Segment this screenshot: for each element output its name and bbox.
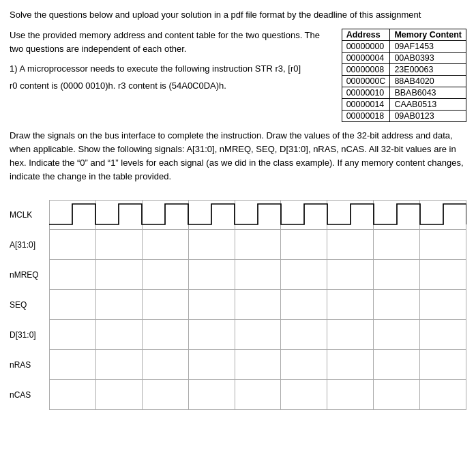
grid-cell bbox=[143, 380, 189, 410]
grid-cell bbox=[281, 380, 327, 410]
grid-cell bbox=[374, 260, 420, 290]
grid-cell bbox=[235, 380, 282, 410]
grid-cell bbox=[420, 260, 466, 290]
grid-cell bbox=[327, 230, 374, 260]
grid-cell bbox=[327, 200, 374, 230]
grid-cell bbox=[281, 200, 327, 230]
grid-cell bbox=[49, 380, 96, 410]
content-cell: BBAB6043 bbox=[390, 87, 466, 98]
grid-cell bbox=[374, 200, 420, 230]
grid-cell bbox=[327, 320, 374, 350]
signal-row-seq: SEQ bbox=[10, 290, 466, 320]
address-cell: 0000000C bbox=[342, 75, 390, 87]
signal-row-a310: A[31:0] bbox=[10, 230, 466, 260]
address-cell: 00000008 bbox=[342, 63, 390, 75]
signal-row-d310: D[31:0] bbox=[10, 320, 466, 350]
table-row: 00000014CAAB0513 bbox=[342, 98, 466, 110]
content-cell: 09AF1453 bbox=[390, 40, 466, 52]
grid-cell bbox=[327, 350, 374, 380]
grid-cell bbox=[420, 350, 466, 380]
signal-grid: MCLKA[31:0]nMREQSEQD[31:0]nRASnCAS bbox=[10, 200, 466, 410]
grid-cell bbox=[281, 260, 327, 290]
grid-cell bbox=[374, 290, 420, 320]
grid-cell bbox=[327, 380, 374, 410]
grid-cell bbox=[420, 290, 466, 320]
grid-cell bbox=[327, 290, 374, 320]
grid-cell bbox=[143, 350, 189, 380]
content-cell: CAAB0513 bbox=[390, 98, 466, 110]
signal-label: SEQ bbox=[10, 290, 49, 320]
signal-label: nRAS bbox=[10, 350, 49, 380]
q1-detail: r0 content is (0000 0010)h. r3 content i… bbox=[10, 79, 331, 93]
grid-cell bbox=[374, 350, 420, 380]
grid-cell bbox=[143, 260, 189, 290]
grid-cell bbox=[189, 260, 235, 290]
grid-cell bbox=[189, 320, 235, 350]
address-cell: 00000000 bbox=[342, 40, 390, 52]
content-cell: 23E00063 bbox=[390, 63, 466, 75]
address-cell: 00000014 bbox=[342, 98, 390, 110]
grid-cell bbox=[96, 380, 143, 410]
grid-cell bbox=[96, 350, 143, 380]
grid-cell bbox=[143, 320, 189, 350]
table-row: 0000000400AB0393 bbox=[342, 52, 466, 63]
grid-cell bbox=[420, 320, 466, 350]
signal-row-ncas: nCAS bbox=[10, 380, 466, 410]
grid-cell bbox=[420, 230, 466, 260]
col-content: Memory Content bbox=[390, 29, 466, 40]
content-row: Use the provided memory address and cont… bbox=[10, 29, 466, 122]
grid-cell bbox=[189, 380, 235, 410]
grid-cell bbox=[49, 350, 96, 380]
q1-instruction: A microprocessor needs to execute the fo… bbox=[19, 63, 301, 74]
memory-table-container: Address Memory Content 0000000009AF14530… bbox=[342, 29, 466, 122]
grid-cell bbox=[281, 230, 327, 260]
grid-cell bbox=[235, 200, 282, 230]
grid-cell bbox=[281, 290, 327, 320]
grid-cell bbox=[374, 320, 420, 350]
grid-cell bbox=[189, 200, 235, 230]
signal-label: D[31:0] bbox=[10, 320, 49, 350]
grid-cell bbox=[235, 350, 282, 380]
signal-label: nCAS bbox=[10, 380, 49, 410]
grid-cell bbox=[96, 260, 143, 290]
table-row: 00000010BBAB6043 bbox=[342, 87, 466, 98]
grid-cell bbox=[281, 320, 327, 350]
signal-row-nmreq: nMREQ bbox=[10, 260, 466, 290]
signal-row-mclk: MCLK bbox=[10, 200, 466, 230]
table-row: 0000000009AF1453 bbox=[342, 40, 466, 52]
intro-paragraph: Solve the questions below and upload you… bbox=[10, 8, 466, 22]
grid-cell bbox=[49, 200, 96, 230]
signal-label: A[31:0] bbox=[10, 230, 49, 260]
grid-cell bbox=[96, 230, 143, 260]
content-cell: 09AB0123 bbox=[390, 110, 466, 121]
grid-cell bbox=[374, 380, 420, 410]
grid-cell bbox=[235, 230, 282, 260]
left-column: Use the provided memory address and cont… bbox=[10, 29, 331, 122]
grid-cell bbox=[189, 230, 235, 260]
table-row: 0000000C88AB4020 bbox=[342, 75, 466, 87]
grid-cell bbox=[143, 230, 189, 260]
col-address: Address bbox=[342, 29, 390, 40]
signal-row-nras: nRAS bbox=[10, 350, 466, 380]
grid-cell bbox=[143, 200, 189, 230]
grid-cell bbox=[374, 230, 420, 260]
context-para1: Use the provided memory address and cont… bbox=[10, 29, 331, 57]
grid-cell bbox=[281, 350, 327, 380]
grid-cell bbox=[96, 200, 143, 230]
memory-table: Address Memory Content 0000000009AF14530… bbox=[342, 29, 466, 122]
table-row: 0000000823E00063 bbox=[342, 63, 466, 75]
grid-cell bbox=[96, 290, 143, 320]
draw-text: Draw the signals on the bus interface to… bbox=[10, 129, 466, 184]
grid-cell bbox=[420, 200, 466, 230]
grid-cell bbox=[327, 260, 374, 290]
draw-instruction: Draw the signals on the bus interface to… bbox=[10, 129, 466, 184]
grid-cell bbox=[49, 230, 96, 260]
content-cell: 00AB0393 bbox=[390, 52, 466, 63]
grid-cell bbox=[96, 320, 143, 350]
grid-cell bbox=[49, 260, 96, 290]
grid-cell bbox=[189, 290, 235, 320]
signal-label: nMREQ bbox=[10, 260, 49, 290]
content-cell: 88AB4020 bbox=[390, 75, 466, 87]
signal-label: MCLK bbox=[10, 200, 49, 230]
grid-cell bbox=[49, 320, 96, 350]
